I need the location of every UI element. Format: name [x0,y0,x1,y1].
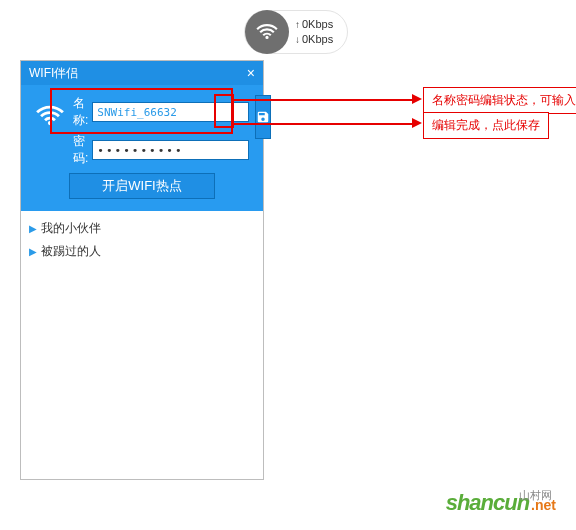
list-item-kicked[interactable]: ▶ 被踢过的人 [29,240,255,263]
titlebar: WIFI伴侣 × [21,61,263,85]
client-list: ▶ 我的小伙伴 ▶ 被踢过的人 [21,211,263,269]
wifi-name-input[interactable] [92,102,249,122]
callout-save-hint: 编辑完成，点此保存 [423,112,549,139]
list-item-friends[interactable]: ▶ 我的小伙伴 [29,217,255,240]
annotation-arrowhead [412,94,422,104]
wifi-icon [33,99,67,136]
annotation-arrow [233,99,413,101]
annotation-arrowhead [412,118,422,128]
chevron-right-icon: ▶ [29,223,37,234]
chevron-right-icon: ▶ [29,246,37,257]
upload-speed: ↑0Kbps [295,17,333,32]
config-header: 名称: 密码: 开启WIFI热点 [21,85,263,211]
close-icon[interactable]: × [247,66,255,80]
annotation-arrow [234,123,413,125]
wifi-password-input[interactable] [92,140,249,160]
start-hotspot-button[interactable]: 开启WIFI热点 [69,173,215,199]
name-label: 名称: [73,95,88,129]
network-speed-badge: ↑0Kbps ↓0Kbps [244,10,348,54]
download-speed: ↓0Kbps [295,32,333,47]
callout-edit-state: 名称密码编辑状态，可输入 [423,87,576,114]
save-icon [256,110,270,124]
save-button[interactable] [255,95,271,139]
wifi-icon [245,10,289,54]
window-title: WIFI伴侣 [29,65,78,82]
wifi-companion-window: WIFI伴侣 × 名称: 密码: 开启WIFI热点 [20,60,264,480]
password-label: 密码: [73,133,88,167]
watermark: 山村网 shancun.net [446,490,556,516]
